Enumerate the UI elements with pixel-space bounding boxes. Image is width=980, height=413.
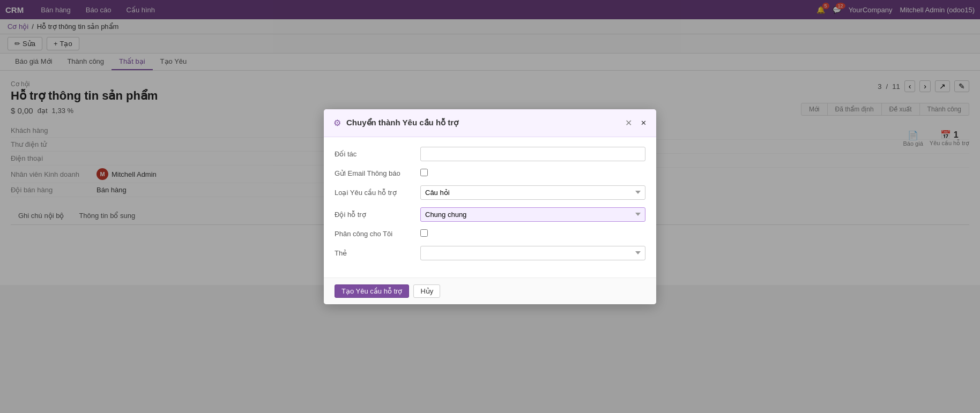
modal-convert-to-helpdesk: ⚙ Chuyển thành Yêu cầu hỗ trợ ✕ ✕ Đối tá…: [324, 109, 656, 286]
select-doi-ho-tro[interactable]: Chung chung: [420, 207, 645, 222]
label-doi-ho-tro: Đội hỗ trợ: [335, 211, 420, 219]
modal-close-button[interactable]: ✕: [622, 117, 635, 129]
modal-body: Đối tác Gửi Email Thông báo Loại Yêu cầu…: [324, 137, 656, 277]
modal-overlay[interactable]: ⚙ Chuyển thành Yêu cầu hỗ trợ ✕ ✕ Đối tá…: [0, 0, 980, 285]
control-doi-ho-tro: Chung chung: [420, 207, 645, 222]
control-loai-yeu-cau: Câu hỏi: [420, 185, 645, 200]
control-gui-email: [420, 169, 645, 178]
close-icon: ✕: [641, 119, 647, 127]
label-loai-yeu-cau: Loại Yêu cầu hỗ trợ: [335, 189, 420, 197]
label-phan-cong: Phân công cho Tôi: [335, 230, 420, 238]
field-doi-tac: Đối tác: [335, 147, 645, 161]
field-doi-ho-tro: Đội hỗ trợ Chung chung: [335, 207, 645, 222]
checkbox-gui-email[interactable]: [420, 169, 428, 176]
checkbox-phan-cong[interactable]: [420, 229, 428, 237]
input-doi-tac[interactable]: [420, 147, 645, 161]
label-doi-tac: Đối tác: [335, 150, 420, 158]
modal-header-icon: ⚙: [333, 118, 341, 128]
field-the: Thẻ: [335, 246, 645, 260]
modal-footer: Tạo Yêu cầu hỗ trợ Hủy: [324, 277, 656, 286]
modal-header: ⚙ Chuyển thành Yêu cầu hỗ trợ ✕ ✕: [324, 109, 656, 137]
label-the: Thẻ: [335, 249, 420, 257]
select-the[interactable]: [420, 246, 645, 260]
control-the: [420, 246, 645, 260]
field-gui-email: Gửi Email Thông báo: [335, 169, 645, 178]
label-gui-email: Gửi Email Thông báo: [335, 169, 420, 177]
cancel-button[interactable]: Hủy: [413, 284, 440, 286]
modal-title: Chuyển thành Yêu cầu hỗ trợ: [346, 118, 617, 127]
control-doi-tac: [420, 147, 645, 161]
create-helpdesk-button[interactable]: Tạo Yêu cầu hỗ trợ: [335, 284, 409, 286]
field-loai-yeu-cau: Loại Yêu cầu hỗ trợ Câu hỏi: [335, 185, 645, 200]
select-loai-yeu-cau[interactable]: Câu hỏi: [420, 185, 645, 200]
control-phan-cong: [420, 229, 645, 238]
field-phan-cong: Phân công cho Tôi: [335, 229, 645, 238]
